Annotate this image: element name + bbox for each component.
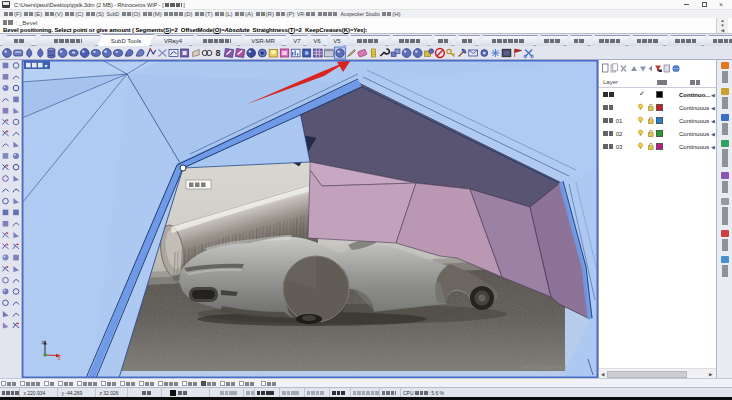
svg-text:8: 8	[215, 48, 220, 58]
svg-text:▾: ▾	[45, 63, 48, 69]
